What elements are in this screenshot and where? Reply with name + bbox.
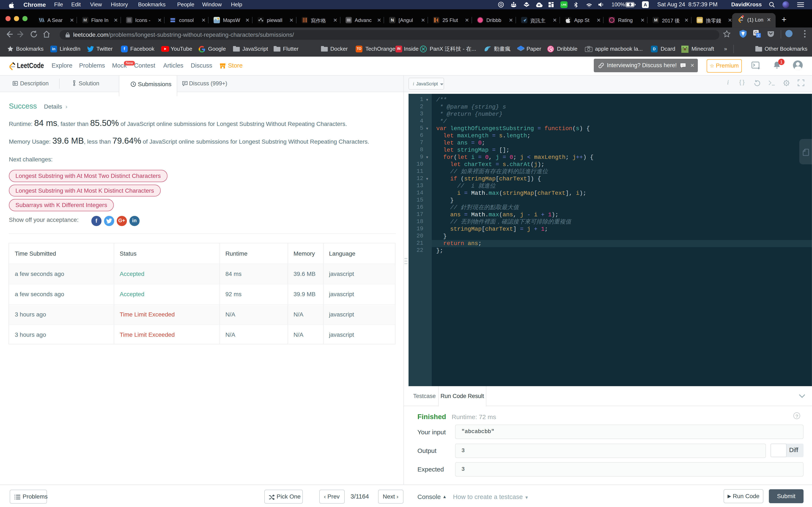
svg-text:文: 文 — [757, 34, 760, 37]
